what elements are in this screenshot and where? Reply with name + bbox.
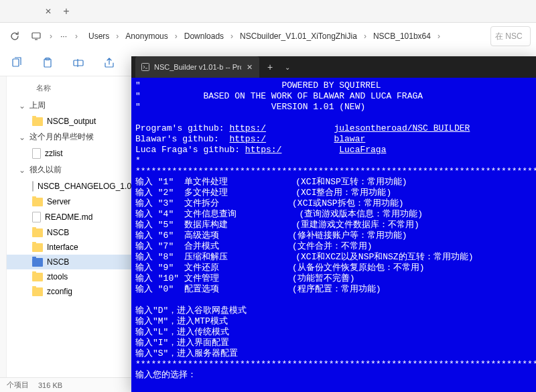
tree-group[interactable]: ⌄上周: [7, 97, 131, 114]
tree-item-label: zconfig: [47, 287, 72, 296]
folder-icon: [32, 273, 43, 281]
tree-group-label: 很久以前: [29, 164, 62, 176]
share-icon: [103, 57, 115, 69]
chevron-right-icon: ›: [174, 31, 179, 41]
tree-item-folder[interactable]: NSCB: [7, 255, 131, 269]
rename-button[interactable]: [70, 54, 87, 72]
folder-icon: [32, 287, 43, 296]
chevron-down-icon: ⌄: [19, 101, 27, 111]
folder-icon: [32, 228, 43, 237]
terminal-icon: [141, 62, 150, 72]
breadcrumb-item[interactable]: NSCbuilder_V1.01_XiTongZhiJia: [236, 29, 361, 44]
status-item-count: 个项目: [7, 380, 29, 390]
breadcrumb-item[interactable]: Downloads: [180, 29, 228, 44]
terminal-output[interactable]: " POWERED BY SQUIRREL " BASED ON THE WOR…: [131, 78, 536, 392]
file-icon: [32, 181, 34, 192]
chevron-right-icon: ›: [362, 31, 368, 41]
file-tree: 名称 ⌄上周 NSCB_output ⌄这个月的早些时候 zzlist ⌄很久以…: [7, 76, 131, 377]
folder-icon: [32, 117, 43, 126]
search-input[interactable]: 在 NSC: [490, 26, 531, 46]
terminal-new-tab-button[interactable]: +: [259, 62, 281, 72]
tree-item-label: ztools: [47, 272, 68, 281]
tree-group-label: 上周: [29, 100, 46, 111]
tree-group[interactable]: ⌄这个月的早些时候: [7, 129, 131, 145]
nav-strip: [0, 76, 7, 377]
new-tab-button[interactable]: +: [56, 5, 76, 17]
tree-item-label: NSCB_output: [47, 117, 96, 126]
share-button[interactable]: [100, 54, 118, 72]
tree-group-label: 这个月的早些时候: [29, 131, 94, 143]
device-button[interactable]: [27, 25, 46, 47]
chevron-down-icon: ⌄: [19, 166, 27, 175]
tree-item-folder[interactable]: Server: [7, 194, 131, 209]
tree-item-file[interactable]: NSCB_CHANGELOG_1.01.md: [7, 178, 131, 194]
svg-rect-4: [74, 60, 83, 66]
tree-item-folder[interactable]: NSCB: [7, 225, 131, 240]
terminal-window: NSC_Builder v1.01-b -- Profile: ✕ + ⌄ " …: [131, 56, 536, 392]
rename-icon: [72, 57, 84, 69]
chevron-right-icon: ›: [436, 31, 442, 41]
svg-rect-0: [32, 33, 40, 38]
close-icon[interactable]: ✕: [245, 63, 254, 72]
tree-item-label: NSCB: [47, 228, 69, 237]
chevron-down-icon: ⌄: [19, 133, 27, 142]
column-header-name[interactable]: 名称: [7, 80, 131, 97]
chevron-right-icon: ›: [74, 31, 79, 41]
window-tab-strip: ✕ +: [0, 0, 536, 23]
folder-icon: [32, 198, 43, 206]
chevron-down-icon[interactable]: ⌄: [281, 64, 294, 71]
breadcrumb-item[interactable]: Anonymous: [121, 29, 172, 44]
tree-group[interactable]: ⌄很久以前: [7, 161, 131, 178]
tree-item-file[interactable]: README.md: [7, 209, 131, 225]
breadcrumb: Users› Anonymous› Downloads› NSCbuilder_…: [82, 29, 488, 44]
tree-item-label: zzlist: [45, 149, 63, 158]
paste-button[interactable]: [39, 54, 56, 72]
refresh-button[interactable]: [5, 25, 24, 47]
breadcrumb-item[interactable]: Users: [84, 29, 113, 44]
address-bar: › ··· › Users› Anonymous› Downloads› NSC…: [0, 23, 536, 50]
file-icon: [32, 212, 41, 222]
tree-item-folder[interactable]: ztools: [7, 269, 131, 284]
breadcrumb-ellipsis[interactable]: ···: [56, 29, 71, 44]
terminal-titlebar[interactable]: NSC_Builder v1.01-b -- Profile: ✕ + ⌄: [131, 56, 536, 78]
tree-item-folder[interactable]: NSCB_output: [7, 114, 131, 129]
tree-item-label: README.md: [45, 212, 92, 222]
close-tab-icon[interactable]: ✕: [40, 7, 56, 16]
tree-item-label: NSCB: [47, 257, 69, 267]
svg-rect-5: [142, 64, 149, 71]
tree-item-file[interactable]: zzlist: [7, 145, 131, 161]
file-icon: [32, 148, 41, 159]
svg-rect-1: [13, 59, 19, 66]
copy-icon: [11, 57, 23, 69]
chevron-right-icon: ›: [115, 31, 120, 41]
clipboard-icon: [42, 57, 54, 69]
folder-icon: [32, 258, 43, 267]
tree-item-label: Interface: [47, 243, 78, 252]
breadcrumb-item[interactable]: NSCB_101bx64: [369, 29, 435, 44]
status-size: 316 KB: [38, 381, 62, 389]
terminal-tab-title: NSC_Builder v1.01-b -- Profile:: [154, 63, 241, 71]
tree-item-folder[interactable]: Interface: [7, 240, 131, 255]
refresh-icon: [9, 31, 20, 42]
tree-item-folder[interactable]: zconfig: [7, 284, 131, 299]
copy-button[interactable]: [8, 54, 25, 72]
chevron-right-icon: ›: [48, 31, 54, 41]
tree-item-label: Server: [47, 197, 70, 206]
terminal-tab[interactable]: NSC_Builder v1.01-b -- Profile: ✕: [135, 56, 259, 78]
monitor-icon: [31, 31, 42, 42]
chevron-right-icon: ›: [229, 31, 234, 41]
tree-item-label: NSCB_CHANGELOG_1.01.md: [38, 182, 131, 191]
folder-icon: [32, 243, 43, 252]
